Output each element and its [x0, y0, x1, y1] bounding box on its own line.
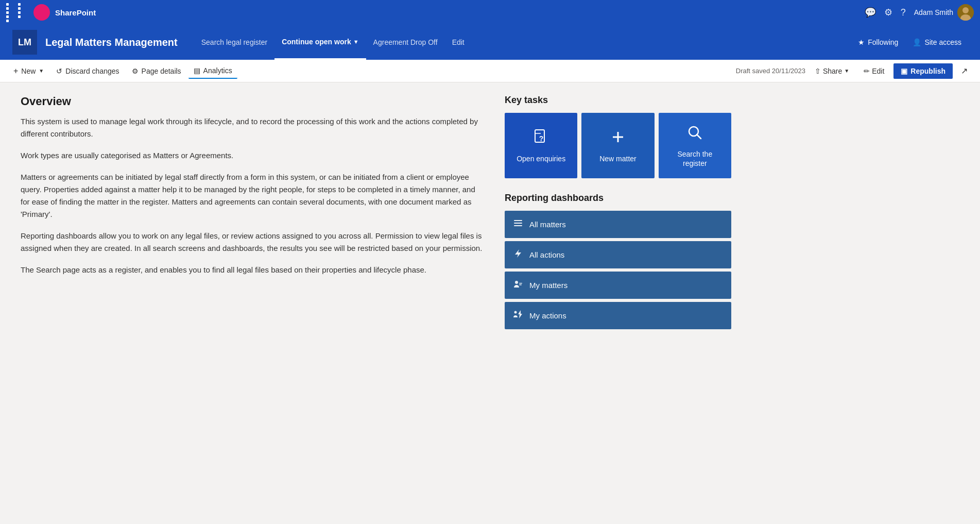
office-logo: [33, 4, 50, 21]
dashboard-my-actions[interactable]: My actions: [505, 302, 731, 329]
article: Overview This system is used to manage l…: [21, 95, 505, 512]
expand-icon: ↗: [961, 66, 968, 75]
person-list-icon: [513, 279, 523, 292]
chat-icon[interactable]: 💬: [865, 7, 876, 18]
dashboard-all-matters[interactable]: All matters: [505, 211, 731, 238]
nav-edit[interactable]: Edit: [445, 25, 472, 60]
dashboard-my-matters[interactable]: My matters: [505, 272, 731, 299]
task-search-register[interactable]: Search the register: [659, 113, 731, 178]
all-matters-label: All matters: [529, 220, 566, 229]
svg-rect-10: [514, 220, 522, 221]
overview-para-2: Work types are usually categorised as Ma…: [21, 149, 484, 162]
settings-icon[interactable]: ⚙: [884, 7, 892, 18]
new-matter-plus-icon: [609, 128, 627, 149]
app-name: SharePoint: [55, 8, 859, 17]
new-button[interactable]: + New ▼: [8, 63, 49, 79]
svg-point-1: [962, 7, 969, 13]
page-details-button[interactable]: ⚙ Page details: [127, 64, 186, 78]
task-open-enquiries[interactable]: ? Open enquiries: [505, 113, 577, 178]
main-content: Overview This system is used to manage l…: [0, 82, 980, 524]
discard-icon: ↺: [56, 67, 62, 75]
sidebar: Key tasks ? Open enquiries: [505, 95, 731, 512]
nav-agreement-drop[interactable]: Agreement Drop Off: [366, 25, 445, 60]
app-launcher-icon[interactable]: [6, 3, 28, 22]
nav-continue-work[interactable]: Continue open work ▼: [274, 25, 366, 60]
expand-button[interactable]: ↗: [957, 63, 972, 79]
chart-icon: ▤: [194, 66, 200, 75]
svg-marker-18: [518, 310, 522, 318]
open-enquiries-label: Open enquiries: [517, 154, 565, 163]
republish-button[interactable]: ▣ Republish: [893, 63, 953, 79]
plus-icon: +: [13, 66, 18, 76]
share-button[interactable]: ⇧ Share ▼: [810, 64, 854, 78]
edit-button[interactable]: ✏ Edit: [858, 64, 889, 78]
star-icon: ★: [858, 38, 865, 46]
top-bar: SharePoint 💬 ⚙ ? Adam Smith: [0, 0, 980, 25]
following-button[interactable]: ★ Following: [852, 35, 904, 49]
svg-line-9: [697, 134, 701, 139]
overview-para-4: Reporting dashboards allow you to work o…: [21, 230, 484, 255]
top-bar-right: 💬 ⚙ ? Adam Smith: [865, 4, 974, 21]
search-register-label: Search the register: [665, 149, 725, 168]
all-actions-label: All actions: [529, 250, 564, 259]
list-icon: [513, 218, 523, 231]
analytics-button[interactable]: ▤ Analytics: [188, 63, 237, 79]
user-menu[interactable]: Adam Smith: [914, 4, 974, 21]
key-tasks-section: Key tasks ? Open enquiries: [505, 95, 731, 178]
reporting-dashboards-heading: Reporting dashboards: [505, 193, 731, 204]
svg-marker-13: [515, 249, 521, 258]
overview-para-1: This system is used to manage legal work…: [21, 115, 484, 140]
svg-rect-12: [514, 225, 522, 226]
key-tasks-grid: ? Open enquiries New matter: [505, 113, 731, 178]
settings-gear-icon: ⚙: [132, 67, 139, 75]
draft-saved-status: Draft saved 20/11/2023: [736, 67, 805, 75]
discard-changes-button[interactable]: ↺ Discard changes: [51, 64, 124, 78]
share-icon: ⇧: [815, 67, 821, 75]
site-title: Legal Matters Management: [45, 37, 178, 48]
svg-text:?: ?: [539, 134, 543, 143]
overview-para-5: The Search page acts as a register, and …: [21, 264, 484, 276]
person-icon: 👤: [913, 38, 921, 46]
toolbar: + New ▼ ↺ Discard changes ⚙ Page details…: [0, 60, 980, 82]
share-chevron-icon: ▼: [844, 68, 849, 74]
user-name: Adam Smith: [914, 8, 953, 16]
avatar: [957, 4, 974, 21]
republish-icon: ▣: [901, 67, 907, 75]
svg-rect-16: [519, 284, 522, 285]
lightning-person-icon: [513, 309, 523, 322]
search-register-icon: [685, 123, 704, 144]
svg-rect-11: [514, 223, 522, 224]
dashboard-all-actions[interactable]: All actions: [505, 241, 731, 268]
task-new-matter[interactable]: New matter: [581, 113, 654, 178]
overview-heading: Overview: [21, 95, 484, 108]
reporting-dashboards-section: Reporting dashboards All matters: [505, 193, 731, 329]
new-matter-label: New matter: [599, 154, 637, 163]
site-logo: LM: [12, 30, 37, 55]
toolbar-right: Draft saved 20/11/2023 ⇧ Share ▼ ✏ Edit …: [736, 63, 972, 79]
svg-rect-15: [519, 283, 522, 284]
site-nav-right: ★ Following 👤 Site access: [852, 35, 968, 49]
help-icon[interactable]: ?: [901, 7, 906, 18]
new-chevron-icon: ▼: [39, 68, 44, 74]
doc-question-icon: ?: [532, 128, 551, 149]
svg-point-17: [514, 311, 517, 314]
pencil-icon: ✏: [864, 67, 870, 75]
dashboard-list: All matters All actions: [505, 211, 731, 329]
overview-para-3: Matters or agreements can be initiated b…: [21, 171, 484, 221]
site-nav: Search legal register Continue open work…: [194, 25, 852, 60]
site-header: LM Legal Matters Management Search legal…: [0, 25, 980, 60]
my-actions-label: My actions: [529, 311, 566, 320]
lightning-icon: [513, 248, 523, 261]
key-tasks-heading: Key tasks: [505, 95, 731, 106]
site-access-button[interactable]: 👤 Site access: [906, 35, 968, 49]
svg-point-14: [515, 281, 518, 284]
nav-search-legal[interactable]: Search legal register: [194, 25, 274, 60]
my-matters-label: My matters: [529, 281, 568, 290]
chevron-down-icon: ▼: [353, 39, 359, 45]
